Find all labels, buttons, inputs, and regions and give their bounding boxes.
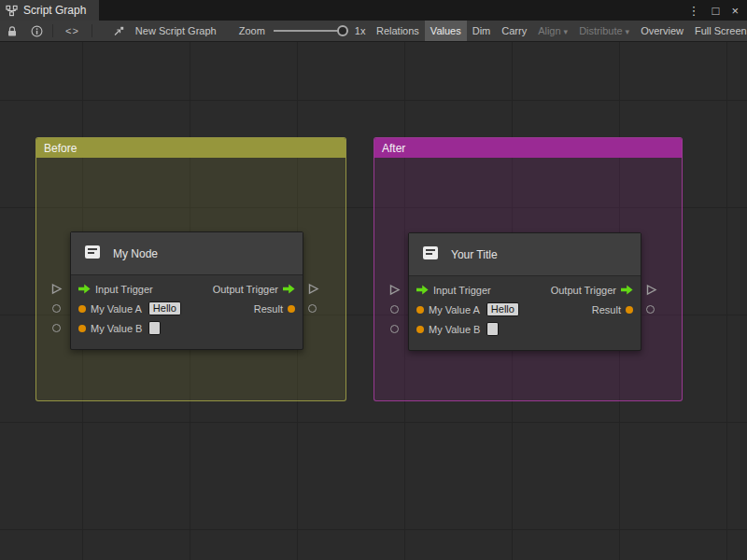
node-row-trigger: Input Trigger Output Trigger <box>409 280 641 300</box>
script-graph-icon <box>6 5 18 17</box>
toolbar: <> New Script Graph Zoom 1x Relations V <box>0 21 747 42</box>
lock-icon[interactable] <box>0 21 24 41</box>
value-b-label: My Value B <box>91 323 142 334</box>
zoom-label: Zoom <box>235 25 269 36</box>
toolbar-button-fullscreen[interactable]: Full Screen <box>689 21 747 41</box>
toolbar-button-relations[interactable]: Relations <box>371 21 425 41</box>
value-b-field[interactable] <box>148 321 161 335</box>
title-bar: Script Graph ⋮ □ × <box>0 0 747 21</box>
maximize-icon[interactable]: □ <box>712 5 720 17</box>
node-row-value-a: My Value A Hello Result <box>71 299 303 318</box>
input-trigger-port[interactable] <box>416 285 429 295</box>
external-input-trigger-handle[interactable] <box>50 283 63 295</box>
node-header[interactable]: Your Title <box>409 233 641 276</box>
output-trigger-port[interactable] <box>621 285 633 295</box>
zoom-slider-track[interactable] <box>274 30 346 32</box>
external-result-handle[interactable] <box>646 305 655 314</box>
external-output-trigger-handle[interactable] <box>645 284 657 296</box>
group-header[interactable]: After <box>374 138 682 158</box>
output-trigger-port[interactable] <box>283 284 295 294</box>
input-trigger-port[interactable] <box>78 284 91 294</box>
zoom-slider[interactable] <box>272 21 348 41</box>
tab-script-graph[interactable]: Script Graph <box>0 0 99 21</box>
value-a-port[interactable] <box>78 305 86 313</box>
node-body: Input Trigger Output Trigger My Value A … <box>71 275 303 349</box>
toolbar-button-carry[interactable]: Carry <box>496 21 532 41</box>
toolbar-button-overview[interactable]: Overview <box>635 21 689 41</box>
result-label: Result <box>254 303 283 315</box>
info-icon[interactable] <box>24 21 49 41</box>
value-b-label: My Value B <box>429 324 480 335</box>
toolbar-button-distribute[interactable]: Distribute ▾ <box>573 21 635 41</box>
toolbar-button-dim[interactable]: Dim <box>467 21 497 41</box>
result-port[interactable] <box>626 306 633 314</box>
value-a-label: My Value A <box>429 304 480 315</box>
menu-icon[interactable]: ⋮ <box>688 5 700 17</box>
new-script-graph-button[interactable]: New Script Graph <box>106 25 220 37</box>
node-row-value-a: My Value A Hello Result <box>409 300 641 319</box>
toolbar-separator <box>52 24 53 37</box>
new-script-graph-label: New Script Graph <box>132 25 220 36</box>
external-value-a-handle[interactable] <box>52 304 61 313</box>
external-result-handle[interactable] <box>308 304 317 313</box>
group-title: Before <box>44 142 77 155</box>
node-my-node[interactable]: My Node Input Trigger Output Trigger <box>70 231 303 350</box>
graph-canvas[interactable]: Before After My Node <box>0 42 747 560</box>
code-icon[interactable]: <> <box>56 21 89 41</box>
new-script-graph-icon <box>106 25 132 37</box>
chevron-down-icon: ▾ <box>564 27 569 36</box>
toolbar-separator <box>92 24 92 37</box>
zoom-value: 1x <box>351 25 370 36</box>
value-a-label: My Value A <box>91 303 142 315</box>
node-header[interactable]: My Node <box>71 232 303 275</box>
value-a-field[interactable]: Hello <box>486 302 519 316</box>
toolbar-toggle-group: Relations Values Dim Carry Align ▾ Distr… <box>371 21 747 41</box>
chevron-down-icon: ▾ <box>626 27 630 36</box>
external-value-a-handle[interactable] <box>390 305 399 314</box>
node-icon <box>82 242 103 266</box>
node-row-value-b: My Value B <box>409 319 641 339</box>
external-value-b-handle[interactable] <box>52 324 61 332</box>
value-a-port[interactable] <box>416 306 424 314</box>
input-trigger-label: Input Trigger <box>95 284 153 295</box>
group-header[interactable]: Before <box>36 138 345 158</box>
result-label: Result <box>592 304 621 315</box>
value-b-field[interactable] <box>486 322 499 336</box>
output-trigger-label: Output Trigger <box>213 284 278 295</box>
value-b-port[interactable] <box>78 325 86 332</box>
close-icon[interactable]: × <box>731 5 739 17</box>
node-row-trigger: Input Trigger Output Trigger <box>71 279 303 299</box>
input-trigger-label: Input Trigger <box>433 285 491 296</box>
node-body: Input Trigger Output Trigger My Value A … <box>409 276 641 350</box>
node-title: Your Title <box>451 248 498 261</box>
toolbar-button-values[interactable]: Values <box>425 21 467 41</box>
output-trigger-label: Output Trigger <box>551 285 616 296</box>
window-controls: ⋮ □ × <box>688 0 747 21</box>
node-your-title[interactable]: Your Title Input Trigger Output Trigger <box>408 232 641 351</box>
external-input-trigger-handle[interactable] <box>388 284 401 296</box>
node-icon <box>420 243 441 267</box>
external-value-b-handle[interactable] <box>390 325 399 333</box>
toolbar-button-align[interactable]: Align ▾ <box>532 21 573 41</box>
node-row-value-b: My Value B <box>71 318 303 338</box>
external-output-trigger-handle[interactable] <box>307 283 319 295</box>
result-port[interactable] <box>288 305 295 313</box>
group-title: After <box>382 142 405 155</box>
value-a-field[interactable]: Hello <box>148 301 181 315</box>
node-title: My Node <box>113 247 158 260</box>
value-b-port[interactable] <box>416 326 424 333</box>
zoom-slider-knob[interactable] <box>337 25 348 36</box>
script-graph-window: Script Graph ⋮ □ × <> <box>0 0 747 560</box>
tab-title: Script Graph <box>23 4 86 17</box>
